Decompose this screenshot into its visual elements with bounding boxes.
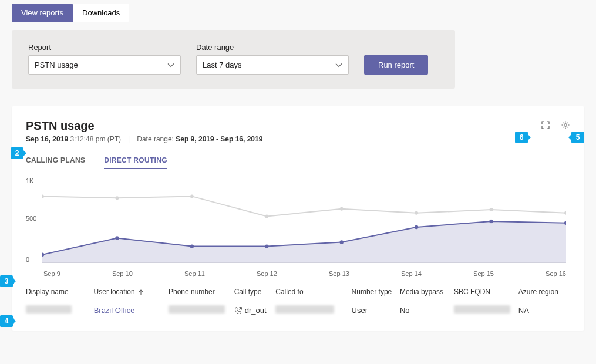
callout-4: 4: [0, 315, 13, 327]
th-call-type[interactable]: Call type: [234, 288, 276, 296]
callout-3: 3: [0, 275, 13, 287]
tab-bar: View reports Downloads: [12, 4, 596, 22]
chevron-down-icon: [335, 62, 342, 69]
table-row[interactable]: Brazil Office dr_out User No NA: [26, 299, 570, 321]
filter-daterange-label: Date range: [196, 43, 349, 52]
cell-called-to: [275, 305, 334, 314]
th-user-location-text: User location: [94, 288, 135, 296]
svg-point-12: [190, 194, 194, 198]
callout-2: 2: [11, 147, 23, 159]
svg-point-5: [265, 244, 268, 248]
th-azure-region[interactable]: Azure region: [518, 288, 570, 296]
svg-point-15: [415, 211, 418, 215]
svg-point-4: [190, 244, 194, 248]
svg-point-0: [564, 124, 567, 126]
daterange-select-value: Last 7 days: [203, 60, 242, 69]
th-user-location[interactable]: User location: [94, 288, 169, 296]
th-media-bypass[interactable]: Media bypass: [400, 288, 454, 296]
svg-point-3: [115, 236, 119, 240]
report-select-value: PSTN usage: [35, 60, 78, 69]
y-tick-0: 0: [26, 256, 29, 263]
th-sbc-fqdn[interactable]: SBC FQDN: [454, 288, 518, 296]
y-tick-1k: 1K: [26, 177, 33, 184]
series-tab-bar: CALLING PLANS DIRECT ROUTING: [26, 156, 570, 169]
meta-time: 3:12:48 pm (PT): [70, 135, 121, 143]
filter-panel: Report PSTN usage Date range Last 7 days…: [12, 30, 455, 89]
chart-area: 1K 500 0 Sep 9Sep 10Sep 11Sep 12Sep 13Se…: [26, 177, 566, 277]
card-toolbar: [541, 120, 570, 130]
svg-point-11: [115, 196, 119, 200]
svg-point-8: [489, 220, 493, 223]
daterange-select[interactable]: Last 7 days: [196, 55, 349, 75]
usage-chart: [42, 180, 566, 263]
series-tab-calling-plans[interactable]: CALLING PLANS: [26, 156, 85, 169]
y-tick-500: 500: [26, 215, 36, 222]
tab-view-reports[interactable]: View reports: [12, 4, 73, 22]
meta-date: Sep 16, 2019: [26, 135, 68, 143]
filter-report-group: Report PSTN usage: [28, 43, 181, 75]
cell-media-bypass: No: [400, 306, 454, 315]
cell-sbc-fqdn: [454, 305, 510, 314]
tab-downloads[interactable]: Downloads: [73, 4, 129, 22]
meta-divider: |: [128, 135, 130, 143]
th-phone-number[interactable]: Phone number: [169, 288, 234, 296]
callout-6: 6: [515, 132, 528, 143]
report-title: PSTN usage: [26, 119, 570, 133]
callout-5: 5: [571, 132, 584, 143]
svg-point-6: [340, 240, 344, 244]
svg-point-17: [564, 211, 566, 215]
cell-call-type: dr_out: [234, 306, 276, 315]
cell-user-location[interactable]: Brazil Office: [94, 306, 169, 315]
fullscreen-icon[interactable]: [541, 120, 550, 130]
x-axis-labels: Sep 9Sep 10Sep 11Sep 12Sep 13Sep 14Sep 1…: [43, 270, 566, 277]
meta-range-prefix: Date range:: [137, 135, 176, 143]
cell-azure-region: NA: [518, 306, 570, 315]
th-called-to[interactable]: Called to: [275, 288, 351, 296]
report-card: PSTN usage Sep 16, 2019 3:12:48 pm (PT) …: [12, 106, 584, 331]
svg-point-7: [415, 225, 418, 229]
cell-display-name: [26, 305, 72, 314]
th-display-name[interactable]: Display name: [26, 288, 94, 296]
svg-point-13: [265, 214, 268, 218]
meta-range: Sep 9, 2019 - Sep 16, 2019: [176, 135, 262, 143]
filter-run-group: Run report: [364, 41, 428, 75]
cell-number-type: User: [352, 306, 400, 315]
phone-outgoing-icon: [234, 306, 243, 315]
meta-row: Sep 16, 2019 3:12:48 pm (PT) | Date rang…: [26, 135, 570, 143]
sort-up-icon: [138, 289, 144, 295]
series-tab-direct-routing[interactable]: DIRECT ROUTING: [104, 156, 167, 169]
chevron-down-icon: [167, 62, 174, 69]
svg-point-10: [42, 194, 44, 198]
th-number-type[interactable]: Number type: [352, 288, 400, 296]
table-header: Display name User location Phone number …: [26, 288, 570, 299]
report-select[interactable]: PSTN usage: [28, 55, 181, 75]
svg-point-16: [490, 208, 493, 211]
filter-report-label: Report: [28, 43, 181, 52]
svg-point-14: [340, 207, 344, 211]
run-report-button[interactable]: Run report: [364, 55, 428, 75]
gear-icon[interactable]: [561, 120, 570, 130]
cell-phone-number: [169, 305, 225, 314]
filter-daterange-group: Date range Last 7 days: [196, 43, 349, 75]
